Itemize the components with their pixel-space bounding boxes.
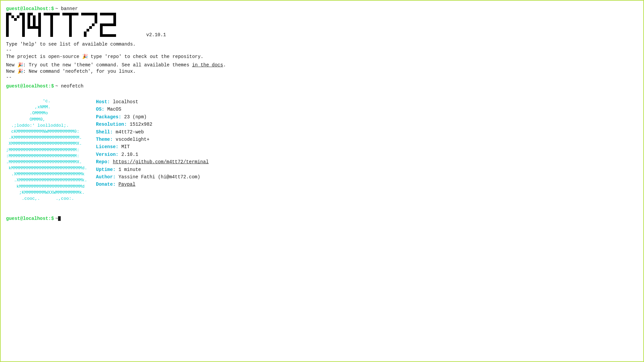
svg-rect-3 xyxy=(14,18,17,21)
terminal-cursor xyxy=(58,216,61,221)
svg-rect-32 xyxy=(84,32,87,37)
banner-separator1: -- xyxy=(6,48,638,53)
prompt-neofetch: guest@localhost:$ xyxy=(6,83,54,89)
banner-separator2: -- xyxy=(6,75,638,80)
info-row-version: Version: 2.10.1 xyxy=(96,151,209,158)
command-line-neofetch: guest@localhost:$ ~ neofetch xyxy=(6,83,638,89)
svg-rect-30 xyxy=(89,26,92,29)
command-banner-text: ~ banner xyxy=(55,6,78,11)
svg-rect-24 xyxy=(50,15,53,37)
banner-new1-end: . xyxy=(223,62,226,68)
donate-label: Donate: xyxy=(96,181,116,188)
svg-rect-33 xyxy=(100,13,116,15)
svg-rect-25 xyxy=(62,13,78,15)
svg-rect-4 xyxy=(17,15,19,18)
uptime-label: Uptime: xyxy=(96,166,116,173)
resolution-value: 1512x982 xyxy=(130,121,152,128)
resolution-label: Resolution: xyxy=(96,121,127,128)
prompt-banner: guest@localhost:$ xyxy=(6,6,54,11)
banner-version: v2.10.1 xyxy=(146,32,166,38)
donate-link[interactable]: Paypal xyxy=(118,181,135,188)
svg-rect-16 xyxy=(30,13,33,15)
info-row-resolution: Resolution: 1512x982 xyxy=(96,121,209,128)
svg-rect-35 xyxy=(100,23,116,26)
version-label: Version: xyxy=(96,151,118,158)
repo-link[interactable]: https://github.com/m4tt72/terminal xyxy=(113,158,209,166)
svg-rect-28 xyxy=(95,15,97,23)
os-label: OS: xyxy=(96,106,104,113)
svg-rect-19 xyxy=(33,21,36,23)
info-row-packages: Packages: 23 (npm) xyxy=(96,113,209,121)
prompt-final: guest@localhost:$ xyxy=(6,216,54,221)
command-final-text: ~ xyxy=(55,216,58,221)
uptime-value: 1 minute xyxy=(118,166,141,173)
info-row-theme: Theme: vscodelight+ xyxy=(96,136,209,143)
svg-rect-27 xyxy=(81,13,97,15)
shell-label: Shell: xyxy=(96,128,113,136)
info-row-host: Host: localhost xyxy=(96,98,209,106)
shell-value: m4tt72-web xyxy=(116,128,144,136)
banner-new1: New 🎉: Try out the new 'theme' command. … xyxy=(6,62,638,68)
svg-rect-37 xyxy=(100,34,116,37)
info-row-uptime: Uptime: 1 minute xyxy=(96,166,209,173)
version-value: 2.10.1 xyxy=(121,151,138,158)
os-value: MacOS xyxy=(107,106,121,113)
license-label: License: xyxy=(96,143,118,150)
info-row-author: Author: Yassine Fathi (hi@m4tt72.com) xyxy=(96,173,209,181)
packages-label: Packages: xyxy=(96,113,121,121)
neofetch-info: Host: localhost OS: MacOS Packages: 23 (… xyxy=(93,98,209,208)
svg-rect-6 xyxy=(22,13,25,37)
host-value: localhost xyxy=(113,98,138,106)
command-neofetch-text: ~ neofetch xyxy=(55,83,84,89)
info-row-os: OS: MacOS xyxy=(96,106,209,113)
svg-rect-22 xyxy=(28,26,41,29)
theme-value: vscodelight+ xyxy=(116,136,150,143)
svg-rect-26 xyxy=(69,15,72,37)
banner-help-text: Type 'help' to see list of available com… xyxy=(6,42,638,47)
svg-rect-36 xyxy=(100,26,103,34)
neofetch-section: 'c. ,xNMM. .OMMMMo OMMM0, .;loddo:' lool… xyxy=(6,98,638,208)
packages-value: 23 (npm) xyxy=(124,113,147,121)
terminal-window: guest@localhost:$ ~ banner xyxy=(6,6,638,355)
svg-rect-34 xyxy=(113,15,116,23)
info-row-shell: Shell: m4tt72-web xyxy=(96,128,209,136)
svg-rect-18 xyxy=(33,18,36,21)
info-row-repo: Repo: https://github.com/m4tt72/terminal xyxy=(96,158,209,166)
command-line-final: guest@localhost:$ ~ xyxy=(6,216,638,221)
banner-new2: New 🎉: New command 'neofetch', for you l… xyxy=(6,68,638,74)
svg-rect-20 xyxy=(33,23,36,26)
svg-rect-29 xyxy=(92,23,95,26)
svg-rect-31 xyxy=(87,29,89,32)
repo-label: Repo: xyxy=(96,158,110,166)
info-row-license: License: MIT xyxy=(96,143,209,150)
host-label: Host: xyxy=(96,98,110,106)
svg-rect-23 xyxy=(44,13,60,15)
in-the-docs-link[interactable]: in the docs xyxy=(192,62,223,68)
banner-art-container: v2.10.1 xyxy=(6,13,638,40)
author-label: Author: xyxy=(96,173,116,181)
svg-rect-17 xyxy=(33,15,36,18)
command-line-banner: guest@localhost:$ ~ banner xyxy=(6,6,638,11)
svg-rect-2 xyxy=(11,15,14,18)
author-value: Yassine Fathi (hi@m4tt72.com) xyxy=(118,173,200,181)
info-row-donate: Donate: Paypal xyxy=(96,181,209,188)
svg-rect-0 xyxy=(6,13,9,37)
neofetch-logo: 'c. ,xNMM. .OMMMMo OMMM0, .;loddo:' lool… xyxy=(6,98,93,208)
banner-ascii-art xyxy=(6,13,144,40)
theme-label: Theme: xyxy=(96,136,113,143)
license-value: MIT xyxy=(121,143,130,150)
svg-rect-14 xyxy=(38,13,41,37)
banner-new1-text: New 🎉: Try out the new 'theme' command. … xyxy=(6,62,189,68)
svg-rect-1 xyxy=(9,13,11,15)
svg-rect-5 xyxy=(19,13,22,15)
banner-opensource: The project is open-source 🎉 type 'repo'… xyxy=(6,54,638,59)
